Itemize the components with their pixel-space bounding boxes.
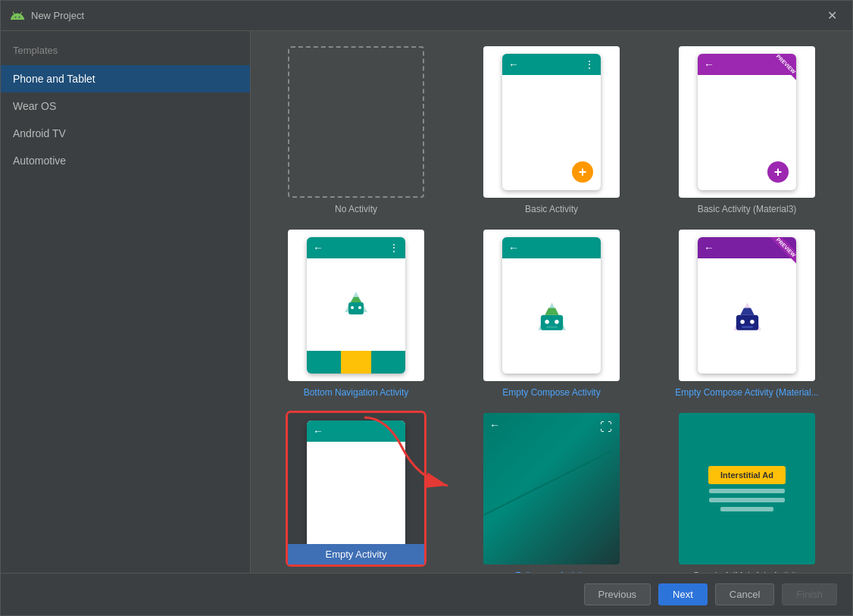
back-arrow-icon: ← [508,58,519,70]
svg-point-1 [18,16,20,17]
footer: Previous Next Cancel Finish [1,573,852,615]
sidebar-section-label: Templates [1,39,250,65]
svg-point-11 [555,320,559,324]
window-title: New Project [31,10,821,21]
template-empty-compose[interactable]: ← [461,230,642,398]
empty-compose-material-label: Empty Compose Activity (Material... [675,387,818,398]
svg-point-6 [358,306,361,309]
bottom-nav-thumb: ← ⋮ [288,230,424,381]
svg-point-5 [351,306,354,309]
admob-line3 [720,507,773,511]
svg-marker-9 [545,308,558,314]
basic-topbar: ← ⋮ [502,54,601,75]
basic-activity-thumb: ← ⋮ + [483,46,620,198]
menu-dots-icon2: ⋮ [389,242,399,254]
fullscreen-thumb: ← ⛶ [483,413,620,564]
svg-point-10 [545,320,549,324]
template-fullscreen[interactable]: ← ⛶ Fullscreen Activity [461,413,642,573]
bottom-nav-phone: ← ⋮ [307,237,405,374]
preview-badge-text2: PREVIEW [768,237,796,265]
svg-rect-12 [546,326,558,328]
svg-rect-3 [348,302,364,314]
preview-badge-text: PREVIEW [768,54,796,82]
empty-activity-phone: ← [307,421,405,557]
template-no-activity[interactable]: No Activity [266,46,446,214]
previous-button[interactable]: Previous [584,583,651,605]
admob-label: Google AdMob Ads Activity [692,571,801,573]
next-button[interactable]: Next [658,583,708,605]
svg-line-19 [483,451,612,527]
preview-badge: PREVIEW [758,54,796,92]
fullscreen-expand-icons: ⛶ [600,421,612,434]
template-basic-activity[interactable]: ← ⋮ + Basic Activity [461,46,642,214]
bottom-nav-yellow [341,351,371,374]
bottom-nav-topbar: ← ⋮ [307,237,405,258]
back-arrow-icon6: ← [313,425,323,437]
title-bar: New Project ✕ [1,1,852,31]
basic-activity-label: Basic Activity [525,204,578,214]
bottom-nav-bar [307,351,405,374]
empty-compose-material-thumb: ← [679,230,815,381]
svg-point-0 [14,16,16,17]
android-icon [10,8,25,23]
back-arrow-icon4: ← [508,242,519,254]
admob-line2 [709,498,785,502]
close-button[interactable]: ✕ [821,5,843,26]
sidebar-item-android-tv[interactable]: Android TV [1,120,250,147]
fullscreen-label: Fullscreen Activity [515,571,588,573]
empty-activity-selected-label: Empty Activity [288,544,424,564]
svg-point-17 [750,320,755,324]
template-basic-material3[interactable]: ← + PREVIEW Basic Activity (Material3) [657,46,837,214]
empty-activity-selected-container: ← Empty Activity [288,413,424,564]
main-content: Templates Phone and Tablet Wear OS Andro… [1,31,852,573]
fab-button2: + [767,161,789,183]
svg-rect-18 [742,326,753,328]
template-admob[interactable]: Interstitial Ad Google AdMob Ads Activit… [657,413,837,573]
compose-material-logo-icon [726,295,768,337]
new-project-window: New Project ✕ Templates Phone and Tablet… [0,0,853,616]
basic-activity-phone: ← ⋮ + [502,54,601,190]
sidebar-item-wear-os[interactable]: Wear OS [1,92,250,120]
template-bottom-nav[interactable]: ← ⋮ [266,230,446,398]
basic-material3-phone: ← + PREVIEW [698,54,796,190]
sidebar: Templates Phone and Tablet Wear OS Andro… [1,31,251,573]
admob-thumb: Interstitial Ad [679,413,815,564]
basic-material3-thumb: ← + PREVIEW [679,46,815,198]
empty-compose-material-phone: ← [698,237,796,374]
empty-compose-label: Empty Compose Activity [502,387,600,398]
no-activity-label: No Activity [335,204,377,214]
empty-compose-thumb: ← [483,230,620,381]
empty-activity-topbar: ← [307,421,405,442]
interstitial-ad-banner: Interstitial Ad [708,466,786,484]
compose-logo-icon [531,295,573,337]
back-arrow-icon3: ← [313,242,323,254]
templates-grid: No Activity ← ⋮ + [266,46,837,573]
content-area: No Activity ← ⋮ + [251,31,852,573]
android-logo-icon [337,286,375,324]
bottom-nav-label: Bottom Navigation Activity [304,387,409,398]
svg-marker-4 [351,297,361,302]
preview-badge2: PREVIEW [758,237,796,275]
empty-compose-topbar: ← [502,237,601,258]
back-arrow-icon2: ← [704,58,714,70]
empty-compose-phone: ← [502,237,601,374]
menu-dots-icon: ⋮ [584,58,595,70]
no-activity-thumb [288,46,424,198]
finish-button: Finish [782,583,837,605]
fullscreen-back-arrow-icon: ← [489,419,500,431]
template-empty-activity[interactable]: ← Empty Activity [266,413,446,573]
empty-activity-thumb: ← [288,413,424,564]
fullscreen-diagonal-svg [483,413,612,564]
admob-line1 [709,489,785,493]
basic-material3-label: Basic Activity (Material3) [698,204,797,214]
svg-point-16 [740,320,745,324]
sidebar-item-phone-tablet[interactable]: Phone and Tablet [1,65,250,92]
svg-marker-15 [740,308,754,314]
sidebar-item-automotive[interactable]: Automotive [1,147,250,174]
expand-icon: ⛶ [600,421,612,434]
back-arrow-icon5: ← [704,242,714,254]
template-empty-compose-material[interactable]: ← [657,230,837,398]
cancel-button[interactable]: Cancel [715,583,774,605]
fab-button: + [572,161,593,183]
